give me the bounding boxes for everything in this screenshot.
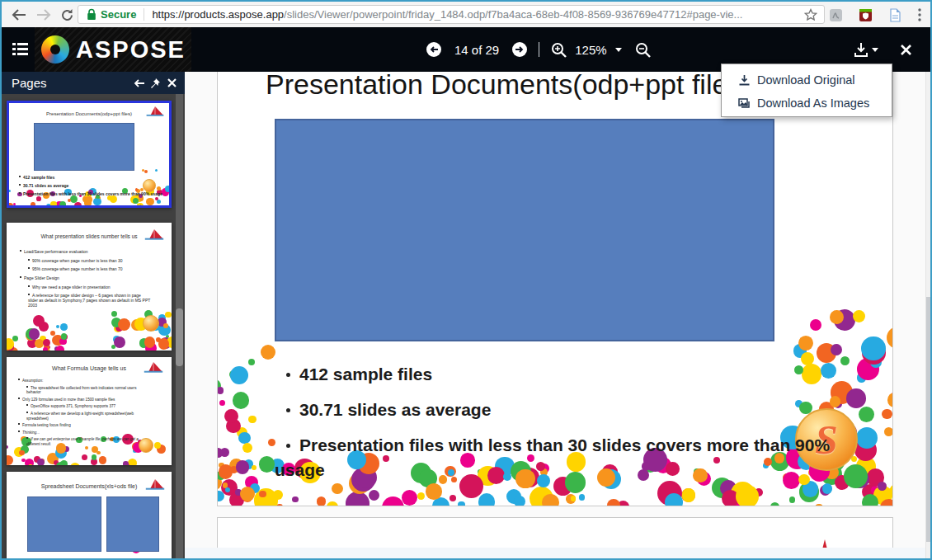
bullet-dot (286, 408, 290, 412)
refresh-button[interactable] (56, 4, 78, 26)
decor-dot (571, 496, 576, 501)
aspose-swirl-icon (41, 35, 69, 64)
decor-dot (450, 495, 456, 501)
decor-dot (402, 490, 417, 506)
decor-dot (242, 443, 252, 453)
pin-sidebar-icon[interactable] (147, 76, 163, 91)
download-original-icon (738, 74, 751, 87)
decor-dot (259, 456, 275, 473)
collapse-sidebar-icon[interactable] (130, 76, 147, 91)
decor-dot (219, 400, 225, 406)
decor-dot (8, 190, 11, 192)
decor-dot (36, 196, 41, 201)
decor-dot (332, 483, 343, 495)
decor-dot (478, 493, 496, 506)
decor-dot (789, 496, 795, 502)
decor-dot (798, 336, 813, 351)
decor-dot (144, 170, 148, 173)
toolbar-divider (539, 42, 539, 57)
back-button[interactable] (8, 4, 30, 26)
decor-dot (217, 387, 224, 394)
slide-title: Presentation Documents(odp+ppt files) (266, 72, 751, 101)
close-viewer-button[interactable] (900, 44, 912, 56)
url-text: https://products.aspose.app/slides/Viewe… (152, 8, 798, 21)
decor-dot (114, 336, 125, 348)
slide-shape (27, 496, 101, 552)
menu-item-download-as-images[interactable]: Download As Images (722, 92, 892, 115)
slide-bullet: Presentation files with less than 30 sli… (275, 433, 872, 482)
decor-dot (85, 196, 92, 204)
coin-decoration (143, 315, 159, 332)
close-sidebar-icon[interactable] (163, 76, 180, 91)
decor-dot (882, 409, 892, 420)
zoom-out-icon[interactable] (635, 42, 651, 58)
decor-dot (118, 318, 130, 331)
menu-item-download-original[interactable]: Download Original (722, 68, 892, 92)
decor-dot (123, 461, 129, 465)
decor-dot (158, 338, 169, 349)
footer-band (185, 548, 932, 560)
decor-dot (861, 336, 885, 360)
decor-dot (579, 494, 585, 500)
decor-dot (13, 203, 16, 205)
decor-dot (230, 366, 248, 384)
page-navigation: 14 of 29 125% (426, 27, 651, 72)
brand-name: ASPOSE (76, 36, 186, 64)
address-bar[interactable]: Secure https://products.aspose.app/slide… (78, 5, 825, 24)
decor-dot (853, 310, 865, 322)
openoffice-logo (143, 228, 166, 241)
zoom-in-icon[interactable] (551, 42, 567, 58)
browser-menu-icon[interactable] (911, 6, 929, 24)
page-thumbnail-3[interactable]: What Formula Usage tells us Assumption: … (7, 357, 172, 465)
decor-dot (607, 499, 620, 506)
main-scrollbar-thumb[interactable] (926, 297, 932, 542)
menu-list-icon[interactable] (12, 43, 28, 55)
decor-dot (144, 336, 156, 348)
openoffice-logo (142, 361, 165, 374)
decor-dot (736, 485, 759, 506)
decor-dot (884, 427, 893, 436)
zoom-dropdown-caret[interactable] (615, 48, 622, 52)
download-button[interactable] (853, 41, 878, 58)
decor-dot (155, 197, 158, 200)
document-extension-icon[interactable] (886, 6, 904, 24)
slide-blue-rectangle (275, 119, 774, 341)
decor-dot (7, 203, 12, 208)
decor-dot (292, 496, 299, 503)
decor-dot (74, 202, 82, 208)
decor-dot (146, 198, 154, 206)
decor-dot (822, 483, 832, 493)
openoffice-logo (144, 106, 166, 117)
page-indicator: 14 of 29 (450, 43, 504, 57)
forward-button[interactable] (33, 4, 54, 26)
decor-dot (33, 315, 45, 327)
slide-bullet: 412 sample files (275, 362, 872, 387)
decor-dot (165, 312, 172, 318)
decor-dot (56, 325, 59, 328)
decor-dot (37, 459, 45, 465)
page-thumbnail-4[interactable]: Spreadsheet Documents(xls+ods file) Top … (7, 472, 172, 560)
sidebar-scrollbar-thumb[interactable] (176, 308, 183, 366)
current-slide-page: S Presentation Documents(odp+ppt files) … (217, 72, 893, 506)
pdf-extension-icon[interactable] (826, 6, 845, 24)
decor-dot (252, 465, 257, 470)
decor-dot (225, 487, 230, 492)
previous-page-button[interactable] (426, 42, 441, 57)
page-thumbnail-2[interactable]: What presentation slides number tells us… (7, 223, 172, 351)
bookmark-star-icon[interactable] (804, 8, 817, 21)
decor-dot (68, 199, 71, 202)
next-page-button[interactable] (512, 42, 527, 57)
decor-dot (163, 323, 168, 328)
decor-dot (61, 333, 68, 340)
decor-dot (665, 493, 683, 506)
shield-extension-icon[interactable] (856, 6, 874, 24)
aspose-logo[interactable]: ASPOSE (35, 27, 191, 72)
browser-window: Secure https://products.aspose.app/slide… (0, 0, 932, 560)
decor-dot (240, 487, 255, 501)
page-thumbnail-1[interactable]: Presentation Documents(odp+ppt files) 41… (7, 101, 172, 208)
decor-dot (248, 359, 255, 365)
decor-dot (417, 492, 425, 500)
decor-dot (7, 455, 13, 465)
lock-icon (87, 8, 96, 21)
decor-dot (426, 483, 442, 500)
